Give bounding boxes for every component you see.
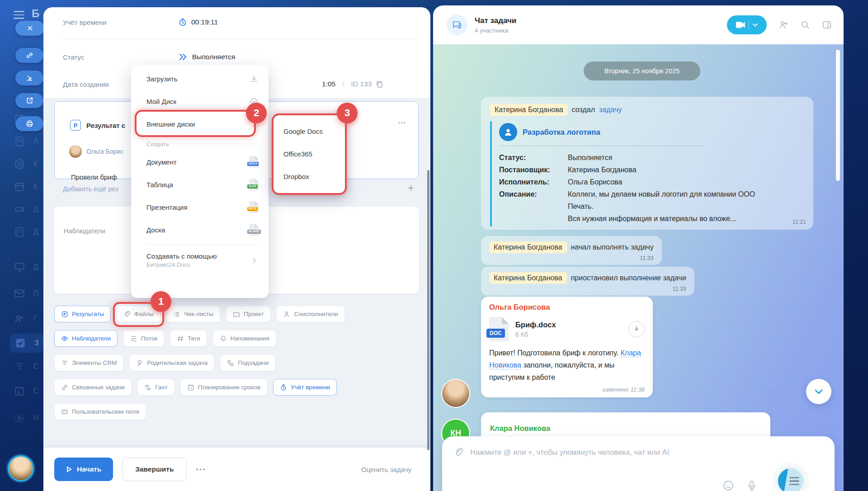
menu-item-create-with[interactable]: Создавать с помощью Битрикс24.Docs bbox=[131, 249, 269, 268]
message-author[interactable]: Клара Новикова bbox=[490, 424, 761, 433]
submenu-item-dropbox[interactable]: Dropbox bbox=[274, 165, 345, 188]
result-more-icon[interactable]: ••• bbox=[398, 120, 406, 126]
result-author-name[interactable]: Ольга Борис bbox=[86, 148, 123, 155]
finish-button[interactable]: Завершить bbox=[122, 458, 187, 481]
pptx-file-icon: PPTX bbox=[249, 201, 259, 213]
download-icon bbox=[250, 74, 259, 83]
video-call-button[interactable] bbox=[727, 15, 767, 34]
tab-parent-task[interactable]: Родительская задача bbox=[129, 354, 214, 371]
olga-avatar[interactable] bbox=[442, 380, 469, 407]
microphone-icon[interactable] bbox=[746, 480, 758, 491]
sidebar-item-mail: П bbox=[14, 288, 39, 299]
copy-icon[interactable] bbox=[376, 80, 383, 88]
chat-header: Чат задачи 4 участника bbox=[433, 5, 844, 44]
task-tabs: Результаты Файлы 1 Чек-листы Проект bbox=[54, 306, 423, 428]
more-actions-icon[interactable]: ••• bbox=[196, 466, 206, 473]
submenu-item-google-docs[interactable]: Google Docs bbox=[274, 120, 345, 142]
message-author[interactable]: Ольга Борисова bbox=[489, 303, 645, 312]
menu-item-spreadsheet[interactable]: Таблица XLSX bbox=[131, 173, 269, 196]
panel-toggle-button[interactable] bbox=[822, 20, 832, 30]
rate-task-link[interactable]: Оценить задачу bbox=[361, 466, 411, 473]
folder-icon bbox=[233, 311, 240, 318]
print-button[interactable] bbox=[15, 116, 43, 131]
tab-files-highlighted: Файлы 1 bbox=[117, 306, 160, 322]
result-title: Результат с bbox=[86, 122, 125, 129]
menu-item-presentation[interactable]: Презентация PPTX bbox=[131, 196, 269, 218]
chat-scrollbar[interactable] bbox=[836, 50, 840, 181]
chat-body: Вторник, 25 ноября 2025 Катерина Богдано… bbox=[433, 44, 844, 491]
add-plus-icon[interactable]: + bbox=[408, 182, 414, 194]
paperclip-icon bbox=[123, 311, 131, 318]
calendar-clock-icon bbox=[187, 384, 194, 391]
collapse-button[interactable] bbox=[15, 71, 43, 85]
emoji-icon[interactable] bbox=[722, 480, 734, 491]
step-badge-2: 2 bbox=[246, 103, 267, 123]
user-avatar[interactable] bbox=[9, 457, 33, 480]
task-scrollbar[interactable] bbox=[427, 170, 429, 450]
tab-tags[interactable]: Теги bbox=[170, 330, 207, 347]
tab-results[interactable]: Результаты bbox=[54, 306, 111, 322]
message-time: 11:21 bbox=[793, 219, 806, 225]
tab-project[interactable]: Проект bbox=[226, 306, 270, 322]
scroll-to-bottom-button[interactable] bbox=[806, 379, 831, 404]
tab-reminders[interactable]: Напоминания bbox=[213, 330, 276, 347]
fields-icon bbox=[61, 408, 68, 415]
author-chip[interactable]: Катерина Богданова bbox=[489, 272, 567, 284]
search-icon bbox=[800, 20, 810, 30]
menu-item-board[interactable]: Доска BOARD bbox=[131, 218, 269, 241]
tab-flow[interactable]: Поток bbox=[123, 330, 164, 347]
tab-checklists[interactable]: Чек-листы bbox=[166, 306, 220, 322]
tab-crm-items[interactable]: Элементы CRM bbox=[54, 354, 123, 371]
sidebar-item-docs: Д bbox=[14, 226, 38, 238]
sidebar-item-copilot: К bbox=[14, 158, 38, 170]
search-button[interactable] bbox=[800, 20, 810, 30]
author-chip[interactable]: Катерина Богданова bbox=[489, 241, 567, 253]
author-chip[interactable]: Катерина Богданова bbox=[490, 104, 568, 116]
timer-icon bbox=[178, 18, 187, 27]
sidebar-item-crm: С bbox=[14, 361, 39, 373]
open-window-button[interactable] bbox=[15, 93, 43, 108]
tab-co-assignees[interactable]: Соисполнители bbox=[276, 306, 344, 322]
menu-item-document[interactable]: Документ DOCX bbox=[131, 151, 269, 173]
link-icon bbox=[61, 384, 68, 391]
copy-link-button[interactable] bbox=[15, 48, 43, 63]
time-tracking-label: Учёт времени bbox=[63, 19, 178, 26]
tab-planning[interactable]: Планирование сроков bbox=[180, 379, 267, 396]
status-value[interactable]: Выполняется bbox=[178, 53, 235, 61]
funnel-icon bbox=[14, 361, 25, 373]
time-tracking-value[interactable]: 00:19:11 bbox=[178, 18, 218, 27]
close-button[interactable] bbox=[15, 21, 44, 36]
tab-subtasks[interactable]: Подзадачи bbox=[220, 354, 275, 371]
tab-gantt[interactable]: Гант bbox=[137, 379, 175, 396]
result-flag-icon bbox=[61, 311, 68, 318]
task-link[interactable]: задачу bbox=[599, 106, 622, 114]
menu-item-upload[interactable]: Загрузить bbox=[131, 67, 269, 90]
chat-participants[interactable]: 4 участника bbox=[475, 27, 516, 34]
start-button[interactable]: Начать bbox=[54, 458, 113, 481]
task-avatar-icon bbox=[499, 123, 517, 141]
result-author-avatar[interactable] bbox=[69, 145, 82, 158]
tab-related-tasks[interactable]: Связанные задачи bbox=[54, 379, 132, 396]
add-participant-button[interactable] bbox=[778, 20, 788, 30]
menu-icon[interactable] bbox=[14, 11, 24, 21]
submenu-item-office365[interactable]: Office365 bbox=[274, 142, 345, 165]
add-result-link[interactable]: Добавить ещё рез bbox=[63, 185, 118, 193]
app-sidebar: Б М Л К К Д Д Д П Г З С С Н bbox=[0, 0, 43, 491]
paperclip-icon[interactable] bbox=[454, 447, 464, 457]
doc-file-icon: DOC bbox=[489, 317, 509, 341]
tab-custom-fields[interactable]: Пользовательские поля bbox=[54, 403, 146, 420]
chat-message-paused: Катерина Богданова приостановил выполнен… bbox=[481, 267, 694, 296]
sidebar-item-groups: Г bbox=[14, 313, 38, 325]
ai-assistant-button[interactable] bbox=[776, 466, 806, 491]
chat-message-started: Катерина Богданова начал выполнять задач… bbox=[481, 236, 662, 265]
observers-label: Наблюдатели bbox=[64, 227, 105, 235]
file-attachment[interactable]: DOC Бриф.docx 6 Кб bbox=[489, 317, 645, 341]
download-file-button[interactable] bbox=[628, 321, 645, 337]
step-badge-3: 3 bbox=[337, 103, 358, 123]
message-input[interactable] bbox=[470, 448, 823, 457]
task-card-title[interactable]: Разработка логотипа bbox=[523, 128, 600, 137]
message-text: Привет! Подготовила бриф к логотипу. Кла… bbox=[489, 347, 645, 383]
tab-time-tracking[interactable]: Учёт времени bbox=[273, 379, 337, 396]
files-dropdown-menu: Загрузить Мой Диск Внешние диски Создать… bbox=[131, 65, 269, 298]
tab-observers[interactable]: Наблюдатели bbox=[54, 330, 118, 347]
